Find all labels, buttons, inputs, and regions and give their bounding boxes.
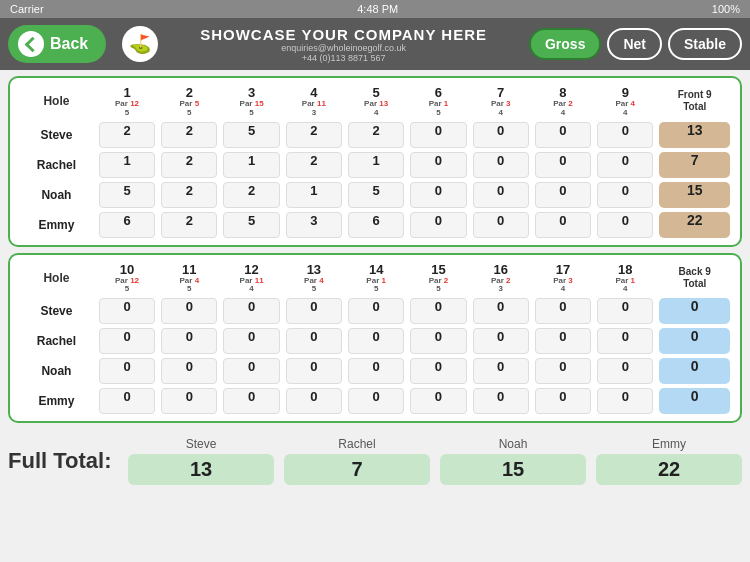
score-cell[interactable]: 0 <box>346 357 406 385</box>
score-cell[interactable]: 0 <box>97 357 157 385</box>
stable-button[interactable]: Stable <box>668 28 742 60</box>
score-cell[interactable]: 0 <box>595 327 655 355</box>
score-cell[interactable]: 0 <box>408 211 468 239</box>
score-cell[interactable]: 2 <box>159 211 219 239</box>
hole-num-header: 7Par 34 <box>471 84 531 119</box>
score-cell[interactable]: 0 <box>595 181 655 209</box>
score-cell[interactable]: 0 <box>346 387 406 415</box>
bottom-totals: Full Total: Steve13Rachel7Noah15Emmy22 <box>0 429 750 491</box>
score-cell[interactable]: 5 <box>97 181 157 209</box>
back-button[interactable]: Back <box>8 25 106 63</box>
score-cell[interactable]: 0 <box>471 297 531 325</box>
player-total-name: Rachel <box>338 437 375 451</box>
score-cell[interactable]: 1 <box>346 151 406 179</box>
company-phone: +44 (0)113 8871 567 <box>166 53 521 63</box>
score-cell[interactable]: 2 <box>221 181 281 209</box>
score-cell[interactable]: 0 <box>408 357 468 385</box>
total-cell: 0 <box>657 327 732 355</box>
score-cell[interactable]: 6 <box>97 211 157 239</box>
gross-button[interactable]: Gross <box>529 28 601 60</box>
score-cell[interactable]: 6 <box>346 211 406 239</box>
score-cell[interactable]: 0 <box>221 327 281 355</box>
score-cell[interactable]: 0 <box>595 211 655 239</box>
score-cell[interactable]: 0 <box>159 357 219 385</box>
score-cell[interactable]: 5 <box>221 121 281 149</box>
score-cell[interactable]: 2 <box>284 151 344 179</box>
score-cell[interactable]: 2 <box>284 121 344 149</box>
score-cell[interactable]: 0 <box>595 387 655 415</box>
score-cell[interactable]: 0 <box>595 121 655 149</box>
score-cell[interactable]: 0 <box>595 151 655 179</box>
score-cell[interactable]: 0 <box>159 387 219 415</box>
score-cell[interactable]: 5 <box>346 181 406 209</box>
score-cell[interactable]: 0 <box>533 327 593 355</box>
score-cell[interactable]: 0 <box>471 121 531 149</box>
score-cell[interactable]: 0 <box>471 327 531 355</box>
score-cell[interactable]: 0 <box>471 181 531 209</box>
score-cell[interactable]: 0 <box>97 387 157 415</box>
score-cell[interactable]: 0 <box>284 387 344 415</box>
main-content: Hole 1Par 1252Par 553Par 1554Par 1135Par… <box>0 70 750 429</box>
back-nine-table: Hole 10Par 12511Par 4512Par 11413Par 451… <box>16 259 734 418</box>
score-cell[interactable]: 0 <box>346 297 406 325</box>
net-button[interactable]: Net <box>607 28 662 60</box>
score-cell[interactable]: 0 <box>471 357 531 385</box>
score-cell[interactable]: 0 <box>471 387 531 415</box>
header: Back ⛳ SHOWCASE YOUR COMPANY HERE enquir… <box>0 18 750 70</box>
back-arrow-circle <box>18 31 44 57</box>
score-cell[interactable]: 0 <box>408 327 468 355</box>
score-cell[interactable]: 0 <box>284 327 344 355</box>
player-row: Noah52215000015 <box>18 181 732 209</box>
score-cell[interactable]: 0 <box>346 327 406 355</box>
score-cell[interactable]: 0 <box>533 387 593 415</box>
score-cell[interactable]: 5 <box>221 211 281 239</box>
score-cell[interactable]: 0 <box>595 357 655 385</box>
score-cell[interactable]: 0 <box>408 181 468 209</box>
score-cell[interactable]: 2 <box>159 151 219 179</box>
total-cell: 0 <box>657 387 732 415</box>
score-cell[interactable]: 0 <box>533 181 593 209</box>
score-cell[interactable]: 0 <box>408 121 468 149</box>
score-cell[interactable]: 0 <box>533 211 593 239</box>
score-cell[interactable]: 0 <box>408 151 468 179</box>
score-cell[interactable]: 0 <box>221 387 281 415</box>
score-cell[interactable]: 1 <box>284 181 344 209</box>
score-cell[interactable]: 3 <box>284 211 344 239</box>
score-cell[interactable]: 2 <box>97 121 157 149</box>
score-cell[interactable]: 0 <box>408 297 468 325</box>
score-cell[interactable]: 0 <box>533 357 593 385</box>
score-cell[interactable]: 2 <box>159 181 219 209</box>
score-cell[interactable]: 0 <box>595 297 655 325</box>
score-cell[interactable]: 0 <box>97 297 157 325</box>
score-cell[interactable]: 0 <box>221 297 281 325</box>
score-cell[interactable]: 0 <box>533 297 593 325</box>
score-cell[interactable]: 0 <box>221 357 281 385</box>
score-cell[interactable]: 0 <box>471 211 531 239</box>
company-logo: ⛳ <box>122 26 158 62</box>
total-cell: 0 <box>657 357 732 385</box>
score-cell[interactable]: 0 <box>284 357 344 385</box>
total-cell: 13 <box>657 121 732 149</box>
score-cell[interactable]: 0 <box>533 151 593 179</box>
player-row: Rachel0000000000 <box>18 327 732 355</box>
company-contact: enquiries@wholeinoegolf.co.uk <box>166 43 521 53</box>
score-type-buttons: Gross Net Stable <box>529 28 742 60</box>
player-name-cell: Steve <box>18 121 95 149</box>
score-cell[interactable]: 0 <box>471 151 531 179</box>
score-cell[interactable]: 0 <box>408 387 468 415</box>
hole-num-header: 5Par 134 <box>346 84 406 119</box>
carrier-label: Carrier <box>10 3 44 15</box>
score-cell[interactable]: 0 <box>284 297 344 325</box>
player-row: Noah0000000000 <box>18 357 732 385</box>
score-cell[interactable]: 0 <box>533 121 593 149</box>
score-cell[interactable]: 1 <box>221 151 281 179</box>
score-cell[interactable]: 0 <box>159 297 219 325</box>
back-arrow-icon <box>25 36 41 52</box>
score-cell[interactable]: 2 <box>346 121 406 149</box>
score-cell[interactable]: 2 <box>159 121 219 149</box>
score-cell[interactable]: 0 <box>159 327 219 355</box>
hole-num-header: 8Par 24 <box>533 84 593 119</box>
score-cell[interactable]: 0 <box>97 327 157 355</box>
total-cell: 22 <box>657 211 732 239</box>
score-cell[interactable]: 1 <box>97 151 157 179</box>
